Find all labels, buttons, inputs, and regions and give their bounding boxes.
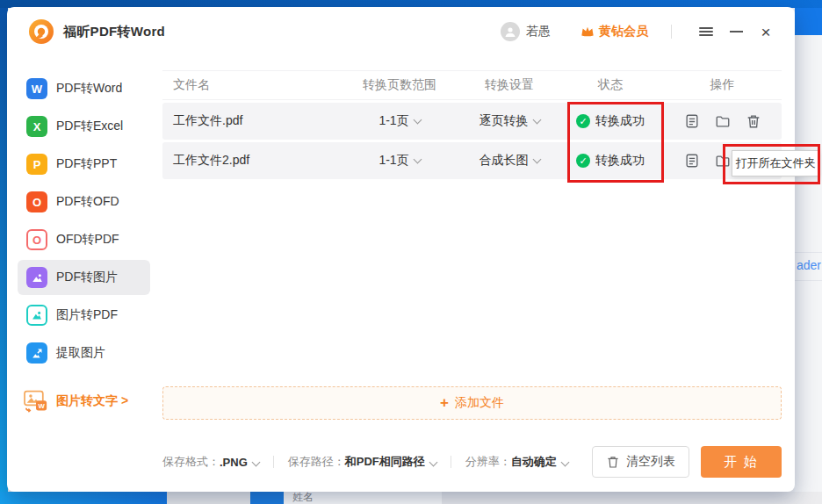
sidebar: W PDF转Word X PDF转Excel P PDF转PPT O PDF转O… xyxy=(7,56,162,492)
excel-icon: X xyxy=(26,116,47,137)
convert-setting-select[interactable]: 合成长图 xyxy=(480,153,540,167)
person-icon xyxy=(504,25,516,38)
chevron-down-icon xyxy=(429,457,437,466)
main-content: 文件名 转换页数范围 转换设置 状态 操作 工作文件.pdf 1-1页 逐页转换… xyxy=(162,56,795,492)
chevron-down-icon xyxy=(251,457,260,466)
header-status: 状态 xyxy=(558,77,663,93)
titlebar: 福昕PDF转Word 若愚 黄钻会员 × xyxy=(7,7,795,56)
header-setting: 转换设置 xyxy=(461,77,558,93)
table-row: 工作文件2.pdf 1-1页 合成长图 ✓ 转换成功 xyxy=(162,142,782,179)
plus-icon: + xyxy=(440,394,449,412)
delete-icon[interactable] xyxy=(745,112,762,130)
chevron-down-icon xyxy=(413,155,422,164)
app-logo-icon xyxy=(28,18,54,45)
background-form-fragment: 姓名 xyxy=(284,492,442,504)
start-button[interactable]: 开 始 xyxy=(701,446,782,478)
resolution-select[interactable]: 分辨率： 自动确定 xyxy=(465,454,568,470)
close-button[interactable]: × xyxy=(754,20,777,43)
minimize-button[interactable] xyxy=(725,20,747,43)
success-check-icon: ✓ xyxy=(576,114,590,128)
user-avatar[interactable] xyxy=(501,22,520,41)
sidebar-item-ofd-to-pdf[interactable]: O OFD转PDF xyxy=(18,222,150,257)
save-path-select[interactable]: 保存路径： 和PDF相同路径 xyxy=(288,454,436,470)
sidebar-item-pdf-to-excel[interactable]: X PDF转Excel xyxy=(18,109,150,144)
file-name: 工作文件.pdf xyxy=(162,113,338,129)
sidebar-item-image-to-pdf[interactable]: 图片转PDF xyxy=(18,298,150,333)
sidebar-item-pdf-to-ofd[interactable]: O PDF转OFD xyxy=(18,184,150,220)
sidebar-item-extract-image[interactable]: 提取图片 xyxy=(18,335,150,371)
table-row: 工作文件.pdf 1-1页 逐页转换 ✓ 转换成功 xyxy=(162,103,782,140)
menu-button[interactable] xyxy=(695,20,717,43)
header-filename: 文件名 xyxy=(162,77,338,93)
header-actions: 操作 xyxy=(663,77,782,93)
file-name: 工作文件2.pdf xyxy=(162,153,338,169)
ocr-icon: W xyxy=(23,390,49,413)
background-link-fragment: ader xyxy=(797,258,821,272)
header-range: 转换页数范围 xyxy=(338,77,461,93)
vip-member-link[interactable]: 黄钻会员 xyxy=(580,24,648,40)
ppt-icon: P xyxy=(26,154,47,175)
convert-setting-select[interactable]: 逐页转换 xyxy=(480,113,540,127)
page-range-select[interactable]: 1-1页 xyxy=(379,113,420,127)
app-title: 福昕PDF转Word xyxy=(63,24,165,40)
success-check-icon: ✓ xyxy=(576,154,590,168)
ocr-label: 图片转文字 > xyxy=(56,393,128,409)
background-window-right: ader xyxy=(795,8,822,492)
ofd-icon: O xyxy=(26,191,47,212)
status-badge: ✓ 转换成功 xyxy=(558,113,663,129)
image-to-pdf-icon xyxy=(26,305,47,326)
chevron-down-icon xyxy=(532,155,541,164)
crown-icon xyxy=(580,25,595,38)
extract-image-icon xyxy=(26,342,47,364)
background-blue-header xyxy=(795,8,822,35)
svg-text:W: W xyxy=(38,402,45,410)
clear-list-button[interactable]: 清空列表 xyxy=(592,446,689,478)
word-icon: W xyxy=(26,78,47,99)
table-header-row: 文件名 转换页数范围 转换设置 状态 操作 xyxy=(162,70,782,100)
status-badge: ✓ 转换成功 xyxy=(558,153,663,169)
sidebar-item-image-to-text[interactable]: W 图片转文字 > xyxy=(23,390,150,413)
footer-bar: 保存格式： .PNG 保存路径： 和PDF相同路径 分辨率： 自动确定 xyxy=(162,446,782,478)
add-file-button[interactable]: + 添加文件 xyxy=(162,386,782,420)
background-window-bottom: 姓名 xyxy=(0,492,822,504)
ofd-to-pdf-icon: O xyxy=(26,229,47,250)
app-window: 福昕PDF转Word 若愚 黄钻会员 × xyxy=(7,7,795,492)
file-table: 文件名 转换页数范围 转换设置 状态 操作 工作文件.pdf 1-1页 逐页转换… xyxy=(162,70,782,179)
trash-icon xyxy=(606,455,620,469)
sidebar-item-pdf-to-ppt[interactable]: P PDF转PPT xyxy=(18,147,150,182)
sidebar-item-pdf-to-image[interactable]: PDF转图片 xyxy=(18,260,150,295)
chevron-down-icon xyxy=(413,116,422,125)
open-folder-tooltip: 打开所在文件夹 xyxy=(732,150,819,176)
page-range-select[interactable]: 1-1页 xyxy=(379,153,420,167)
image-icon xyxy=(26,267,47,288)
sidebar-item-pdf-to-word[interactable]: W PDF转Word xyxy=(18,71,150,106)
desktop: ader 姓名 福昕PDF转Word xyxy=(0,0,822,504)
chevron-down-icon xyxy=(532,116,541,125)
username[interactable]: 若愚 xyxy=(526,24,551,40)
open-folder-icon[interactable] xyxy=(714,112,732,130)
vip-label: 黄钻会员 xyxy=(599,24,648,40)
open-folder-icon[interactable] xyxy=(714,152,732,169)
view-result-icon[interactable] xyxy=(683,112,701,130)
view-result-icon[interactable] xyxy=(683,152,701,169)
chevron-down-icon xyxy=(560,457,569,466)
save-format-select[interactable]: 保存格式： .PNG xyxy=(162,454,259,470)
